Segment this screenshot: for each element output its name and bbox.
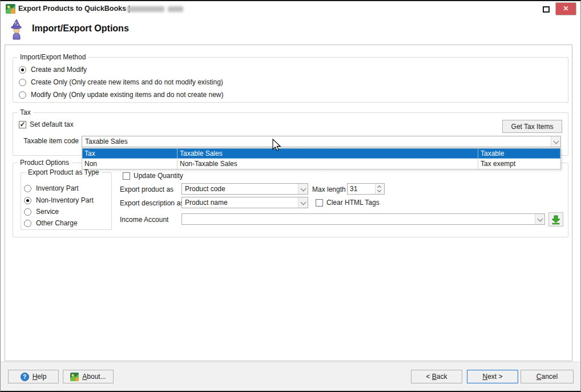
checkbox-icon: [316, 199, 323, 207]
radio-label: Create and Modify: [31, 66, 87, 74]
get-income-accounts-button[interactable]: [548, 212, 563, 227]
radio-icon: [19, 91, 26, 99]
radio-create-only[interactable]: Create Only (Only create new items and d…: [19, 78, 223, 87]
chevron-down-icon: [301, 200, 306, 205]
chevron-down-icon: [538, 216, 543, 222]
radio-other-charge[interactable]: Other Charge: [24, 219, 78, 228]
radio-label: Service: [36, 208, 59, 216]
radio-service[interactable]: Service: [24, 207, 59, 216]
radio-icon: [24, 197, 31, 204]
checkbox-clear-html-tags[interactable]: Clear HTML Tags: [316, 198, 380, 207]
radio-label: Inventory Part: [36, 184, 79, 192]
radio-icon: [24, 185, 31, 192]
combobox-value: Taxable Sales: [82, 138, 551, 146]
combobox-value: Product code: [182, 185, 298, 193]
close-icon: ✕: [563, 5, 568, 13]
wizard-icon: [8, 18, 25, 41]
radio-icon: [19, 79, 26, 86]
export-product-as-label: Export product as: [120, 185, 174, 193]
radio-non-inventory-part[interactable]: Non-Inventory Part: [24, 196, 94, 205]
tax-code-dropdown-list: Tax Taxable Sales Taxable Non Non-Taxabl…: [82, 148, 561, 169]
taxable-item-code-label: Taxable item code: [13, 137, 79, 145]
dropdown-button[interactable]: [298, 197, 308, 208]
checkbox-label: Clear HTML Tags: [326, 199, 380, 207]
help-button[interactable]: ? Help: [8, 370, 59, 383]
maximize-icon: [543, 6, 550, 13]
radio-modify-only[interactable]: Modify Only (Only update existing items …: [19, 90, 224, 99]
max-length-stepper[interactable]: 31: [347, 183, 385, 195]
dropdown-row-taxable[interactable]: Tax Taxable Sales Taxable: [82, 148, 560, 159]
radio-icon: [24, 220, 31, 227]
title-bar: Export Products to QuickBooks | ✕: [1, 1, 580, 16]
export-product-as-combobox[interactable]: Product code: [181, 183, 308, 195]
export-description-as-combobox[interactable]: Product name: [181, 197, 308, 208]
app-icon: [6, 4, 15, 14]
max-length-label: Max length: [312, 185, 346, 193]
next-button[interactable]: Next >: [467, 370, 518, 383]
radio-inventory-part[interactable]: Inventory Part: [24, 184, 79, 193]
stepper-arrows[interactable]: [375, 184, 384, 194]
radio-icon: [19, 66, 26, 74]
income-account-combobox[interactable]: [181, 213, 545, 225]
radio-create-and-modify[interactable]: Create and Modify: [19, 65, 87, 74]
checkbox-update-quantity[interactable]: Update Quantity: [123, 171, 183, 180]
export-description-as-label: Export description as: [120, 199, 184, 207]
help-icon: ?: [21, 373, 29, 381]
checkbox-icon: [123, 172, 130, 180]
radio-label: Other Charge: [36, 219, 78, 227]
group-title: Product Options: [18, 159, 71, 167]
income-account-label: Income Account: [120, 216, 168, 224]
radio-label: Non-Inventory Part: [36, 196, 94, 204]
group-title: Tax: [18, 108, 33, 116]
group-title: Import/Export Method: [18, 53, 88, 61]
dropdown-button[interactable]: [535, 214, 544, 224]
checkbox-label: Set default tax: [30, 120, 74, 128]
maximize-button[interactable]: [543, 5, 551, 13]
group-title: Export Product as Type: [26, 168, 102, 176]
stepper-value: 31: [348, 184, 375, 194]
redacted-text: [168, 6, 183, 12]
download-icon: [551, 215, 561, 225]
checkbox-set-default-tax[interactable]: ✓ Set default tax: [19, 120, 74, 129]
radio-icon: [24, 208, 31, 216]
page-title: Import/Export Options: [32, 23, 129, 34]
dropdown-row-nontaxable[interactable]: Non Non-Taxable Sales Tax exempt: [82, 159, 560, 169]
window-title: Export Products to QuickBooks |: [18, 5, 130, 13]
taxable-item-code-combobox[interactable]: Taxable Sales: [82, 136, 561, 147]
checkbox-checked-icon: ✓: [19, 121, 26, 128]
chevron-down-icon: [554, 139, 559, 144]
close-button[interactable]: ✕: [555, 2, 576, 15]
dropdown-button[interactable]: [298, 184, 308, 194]
cancel-button[interactable]: Cancel: [521, 370, 574, 383]
back-button[interactable]: < Back: [411, 370, 462, 383]
dropdown-button[interactable]: [551, 136, 560, 147]
get-tax-items-button[interactable]: Get Tax Items: [502, 120, 562, 133]
chevron-down-icon: [377, 188, 381, 192]
about-icon: [70, 373, 79, 381]
radio-label: Create Only (Only create new items and d…: [31, 78, 223, 86]
about-button[interactable]: About...: [63, 370, 114, 383]
combobox-value: Product name: [182, 199, 298, 207]
checkbox-label: Update Quantity: [134, 172, 183, 180]
redacted-text: [127, 6, 164, 12]
radio-label: Modify Only (Only update existing items …: [31, 91, 224, 99]
chevron-down-icon: [301, 186, 306, 192]
